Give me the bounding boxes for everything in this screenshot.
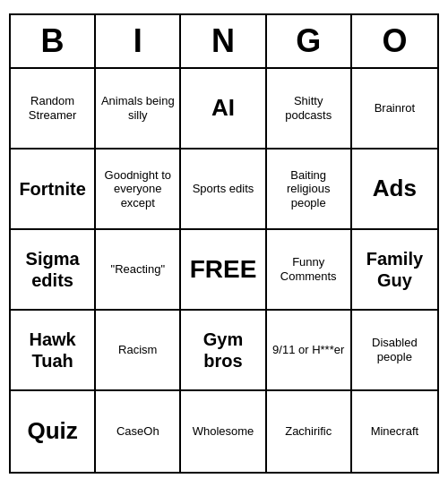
header-letter-n: N: [181, 15, 266, 67]
bingo-cell-8: Baiting religious people: [267, 150, 352, 230]
bingo-cell-9: Ads: [352, 150, 437, 230]
bingo-cell-2: AI: [181, 69, 266, 150]
bingo-cell-17: Gym bros: [181, 311, 266, 391]
bingo-cell-10: Sigma edits: [11, 230, 96, 311]
bingo-grid: Random StreamerAnimals being sillyAIShit…: [11, 69, 437, 472]
bingo-cell-5: Fortnite: [11, 150, 96, 230]
bingo-card: BINGO Random StreamerAnimals being silly…: [9, 13, 439, 474]
bingo-cell-18: 9/11 or H***er: [267, 311, 352, 391]
bingo-cell-24: Minecraft: [352, 391, 437, 472]
bingo-cell-14: Family Guy: [352, 230, 437, 311]
bingo-cell-23: Zachirific: [267, 391, 352, 472]
bingo-cell-22: Wholesome: [181, 391, 266, 472]
bingo-header: BINGO: [11, 15, 437, 69]
bingo-cell-21: CaseOh: [96, 391, 181, 472]
bingo-cell-4: Brainrot: [352, 69, 437, 150]
bingo-cell-20: Quiz: [11, 391, 96, 472]
header-letter-o: O: [352, 15, 437, 67]
bingo-cell-15: Hawk Tuah: [11, 311, 96, 391]
header-letter-i: I: [96, 15, 181, 67]
bingo-cell-19: Disabled people: [352, 311, 437, 391]
header-letter-b: B: [11, 15, 96, 67]
bingo-cell-1: Animals being silly: [96, 69, 181, 150]
bingo-cell-7: Sports edits: [181, 150, 266, 230]
bingo-cell-13: Funny Comments: [267, 230, 352, 311]
bingo-cell-3: Shitty podcasts: [267, 69, 352, 150]
bingo-cell-11: "Reacting": [96, 230, 181, 311]
bingo-cell-0: Random Streamer: [11, 69, 96, 150]
bingo-cell-6: Goodnight to everyone except: [96, 150, 181, 230]
bingo-cell-16: Racism: [96, 311, 181, 391]
bingo-cell-12: FREE: [181, 230, 266, 311]
header-letter-g: G: [267, 15, 352, 67]
